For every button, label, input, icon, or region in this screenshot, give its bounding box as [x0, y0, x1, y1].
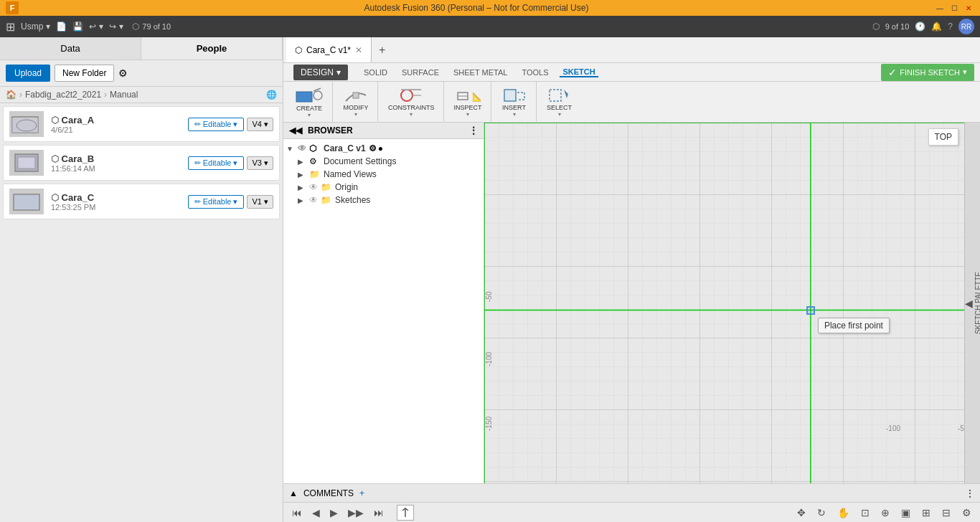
settings-icon: ⚙: [309, 156, 321, 166]
user-menu[interactable]: Usmp ▾: [21, 22, 50, 32]
top-nav: ⊞ Usmp ▾ 📄 💾 ↩ ▾ ↪ ▾ ⬡ 79 of 10 ⬡ 9 of 1…: [0, 16, 980, 37]
canvas-container: ◀◀ BROWSER ⋮ ▼ 👁 ⬡ Cara_C v1 ⚙ ●: [283, 123, 980, 483]
constraints-dropdown[interactable]: CONSTRAINTS ▾: [384, 85, 439, 119]
select-label: SELECT: [547, 104, 572, 111]
undo-dropdown-icon: ▾: [99, 22, 103, 32]
list-item: ⬡ Cara_C 12:53:25 PM ✏ Editable ▾ V1 ▾: [3, 184, 280, 219]
history-icon[interactable]: 🕐: [915, 22, 925, 32]
svg-text:-100: -100: [485, 352, 493, 366]
breadcrumb: 🏠 › Fabdig_ac2t2_2021 › Manual 🌐: [0, 87, 283, 103]
display-icon[interactable]: ▣: [898, 506, 913, 520]
file-icon: ⬡: [51, 115, 59, 125]
tree-item-sketches[interactable]: ▶ 👁 📁 Sketches: [283, 194, 484, 207]
tree-item-origin[interactable]: ▶ 👁 📁 Origin: [283, 181, 484, 194]
grid-canvas[interactable]: -50 -150 -100 -100 -50 TOP P: [484, 123, 964, 483]
play-prev-button[interactable]: ◀: [309, 506, 323, 520]
close-tab-icon[interactable]: ✕: [355, 45, 362, 55]
inspect-dropdown-icon: ▾: [466, 111, 469, 118]
view-cube-icon[interactable]: ⊟: [939, 506, 953, 520]
pan-icon[interactable]: ✥: [794, 506, 809, 520]
finish-sketch-button[interactable]: ✓ FINISH SKETCH ▾: [881, 64, 974, 81]
redo-button[interactable]: ↪ ▾: [109, 22, 123, 32]
undo-button[interactable]: ↩ ▾: [89, 22, 103, 32]
file-thumbnail: [9, 111, 44, 137]
check-icon: ✓: [888, 67, 897, 78]
doc-tabbar: ⬡ Cara_C v1* ✕ +: [283, 37, 980, 63]
maximize-button[interactable]: ☐: [948, 2, 960, 14]
settings-icon: ⚙: [369, 143, 377, 153]
zoom-fit-icon[interactable]: ⊡: [858, 506, 872, 520]
play-button[interactable]: ▶: [327, 506, 341, 520]
select-dropdown[interactable]: SELECT ▾: [542, 85, 577, 119]
tab-sketch[interactable]: SKETCH: [560, 67, 598, 77]
tree-item-named-views[interactable]: ▶ 📁 Named Views: [283, 168, 484, 181]
svg-rect-8: [296, 92, 312, 102]
eye-icon: 👁: [298, 143, 309, 153]
zoom-section-icon[interactable]: ⊕: [878, 506, 892, 520]
settings-icon[interactable]: ⚙: [118, 67, 128, 79]
tab-solid[interactable]: SOLID: [361, 68, 390, 77]
bell-icon[interactable]: 🔔: [931, 22, 942, 32]
play-next-button[interactable]: ▶▶: [345, 506, 367, 520]
grid-icon[interactable]: ⊞: [919, 506, 933, 520]
dropdown-icon: ▾: [233, 158, 237, 168]
add-comment-icon[interactable]: +: [359, 488, 364, 498]
panel-tabs: Data People: [0, 37, 283, 60]
modify-dropdown[interactable]: MODIFY ▾: [339, 85, 373, 119]
breadcrumb-item-1[interactable]: Fabdig_ac2t2_2021: [25, 90, 101, 100]
tab-surface[interactable]: SURFACE: [399, 68, 442, 77]
file-actions: ✏ Editable ▾ V4 ▾: [188, 118, 273, 131]
app-icon: F: [6, 1, 19, 14]
chevron-down-icon: ▾: [336, 67, 341, 77]
expand-icon: ▶: [298, 184, 309, 191]
editable-button-cara-a[interactable]: ✏ Editable ▾: [188, 118, 245, 131]
collapse-comments-icon[interactable]: ▲: [289, 488, 298, 498]
version-button-cara-c[interactable]: V1 ▾: [247, 195, 273, 209]
file-name: ⬡ Cara_C: [51, 192, 188, 203]
tab-tools[interactable]: TOOLS: [519, 68, 551, 77]
svg-text:-50: -50: [485, 291, 493, 302]
add-tab-button[interactable]: +: [373, 44, 391, 57]
inspect-dropdown[interactable]: 📐 INSPECT ▾: [450, 85, 486, 119]
expand-icon: ▶: [298, 158, 309, 166]
new-folder-button[interactable]: New Folder: [55, 65, 114, 82]
inspect-group: 📐 INSPECT ▾: [446, 82, 491, 122]
avatar[interactable]: RR: [958, 19, 974, 34]
settings-bottom-icon[interactable]: ⚙: [959, 506, 974, 520]
version-button-cara-a[interactable]: V4 ▾: [247, 118, 273, 131]
file-thumbnail: [9, 189, 44, 214]
tab-sheet-metal[interactable]: SHEET METAL: [451, 68, 510, 77]
play-first-button[interactable]: ⏮: [289, 506, 305, 520]
tree-item-label: Sketches: [335, 195, 370, 205]
upload-button[interactable]: Upload: [6, 65, 50, 82]
hand-icon[interactable]: ✋: [834, 506, 852, 520]
tab-people[interactable]: People: [141, 37, 283, 60]
doc-tab-cara-c[interactable]: ⬡ Cara_C v1* ✕: [286, 37, 372, 62]
file-menu[interactable]: 📄: [56, 22, 67, 32]
editable-button-cara-c[interactable]: ✏ Editable ▾: [188, 195, 245, 209]
apps-menu[interactable]: ⊞: [6, 20, 15, 34]
help-icon[interactable]: ?: [948, 22, 953, 32]
tab-data[interactable]: Data: [0, 37, 141, 60]
browser-options-icon[interactable]: ⋮: [469, 125, 478, 136]
comments-options-icon[interactable]: ⋮: [966, 488, 974, 498]
collapse-icon[interactable]: ◀◀: [289, 125, 302, 136]
svg-text:📐: 📐: [472, 91, 481, 102]
play-last-button[interactable]: ⏭: [371, 506, 387, 520]
sketch-palette-panel[interactable]: SKETCH PALETTE ◀: [964, 123, 980, 483]
design-dropdown[interactable]: DESIGN ▾: [293, 65, 348, 80]
save-button[interactable]: 💾: [72, 22, 83, 32]
inspect-label: INSPECT: [454, 104, 482, 111]
tree-item-document-settings[interactable]: ▶ ⚙ Document Settings: [283, 155, 484, 168]
editable-button-cara-b[interactable]: ✏ Editable ▾: [188, 156, 245, 170]
minimize-button[interactable]: —: [934, 2, 946, 14]
breadcrumb-item-2[interactable]: Manual: [110, 90, 138, 100]
rotate-icon[interactable]: ↻: [814, 506, 829, 520]
version-button-cara-b[interactable]: V3 ▾: [247, 156, 273, 170]
counter-left-icon: ⬡: [132, 22, 139, 32]
close-button[interactable]: ✕: [963, 2, 974, 14]
insert-dropdown[interactable]: INSERT ▾: [497, 85, 532, 119]
file-icon: ⬡: [51, 153, 59, 164]
tree-item-cara-c-v1[interactable]: ▼ 👁 ⬡ Cara_C v1 ⚙ ●: [283, 142, 484, 155]
create-dropdown[interactable]: CREATE ▾: [291, 85, 328, 120]
